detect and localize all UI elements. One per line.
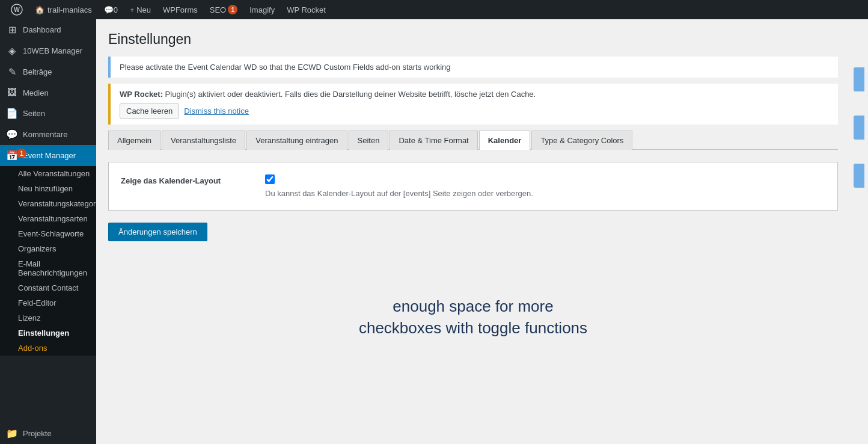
sidebar-item-organizers[interactable]: Organizers (0, 241, 96, 256)
sidebar-item-einstellungen[interactable]: Einstellungen (0, 325, 96, 341)
sidebar-item-feld[interactable]: Feld-Editor (0, 295, 96, 310)
notice-warning: WP Rocket: Plugin(s) aktiviert oder deak… (108, 84, 838, 125)
sidebar-item-alle[interactable]: Alle Veranstaltungen (0, 166, 96, 181)
sidebar: ⊞ Dashboard ◈ 10WEB Manager ✎ Beiträge 🖼… (0, 19, 96, 444)
settings-panel: Zeige das Kalender-Layout Du kannst das … (108, 162, 838, 211)
sidebar-label-projekte: Projekte (23, 429, 52, 438)
right-handle-1[interactable] (854, 67, 864, 91)
placeholder-content: enough space for morecheckboxes with tog… (108, 259, 838, 375)
sidebar-item-10web[interactable]: ◈ 10WEB Manager (0, 40, 96, 61)
new-label: + Neu (130, 5, 151, 14)
right-handle-2[interactable] (854, 116, 864, 140)
event-icon: 📅 (6, 150, 18, 161)
admin-bar: W 🏠 trail-maniacs 💬 0 + Neu WPForms SEO … (0, 0, 868, 19)
wprocket-label: WP Rocket (287, 5, 326, 14)
house-icon: 🏠 (35, 5, 44, 14)
comment-icon: 💬 (104, 5, 114, 14)
kalender-layout-label: Zeige das Kalender-Layout (121, 174, 253, 185)
admin-bar-seo[interactable]: SEO 1 (204, 0, 243, 19)
sidebar-item-arten[interactable]: Veranstaltungsarten (0, 211, 96, 226)
sidebar-item-medien[interactable]: 🖼 Medien (0, 82, 96, 103)
medien-icon: 🖼 (6, 87, 18, 98)
seo-badge: 1 (228, 5, 237, 14)
sidebar-label-medien: Medien (23, 88, 49, 97)
dismiss-notice-button[interactable]: Dismiss this notice (184, 103, 249, 119)
tab-kalender[interactable]: Kalender (479, 131, 531, 150)
tab-allgemein[interactable]: Allgemein (108, 131, 160, 150)
notice-info: Please activate the Event Calendar WD so… (108, 57, 838, 78)
sidebar-item-kategorien[interactable]: Veranstaltungskategorien (0, 196, 96, 211)
admin-bar-comments[interactable]: 💬 0 (98, 0, 124, 19)
kalender-layout-description: Du kannst das Kalender-Layout auf der [e… (265, 189, 825, 198)
sidebar-item-neu[interactable]: Neu hinzufügen (0, 181, 96, 196)
cache-leeren-button[interactable]: Cache leeren (120, 103, 179, 119)
tab-veranstaltungsliste[interactable]: Veranstaltungsliste (162, 131, 245, 150)
tab-typecolors[interactable]: Type & Category Colors (531, 131, 632, 150)
sidebar-item-constant[interactable]: Constant Contact (0, 280, 96, 295)
tab-seiten[interactable]: Seiten (349, 131, 389, 150)
kalender-layout-checkbox[interactable] (265, 174, 275, 184)
svg-text:W: W (14, 7, 20, 13)
right-handle-3[interactable] (854, 164, 864, 188)
wpforms-label: WPForms (163, 5, 198, 14)
sidebar-item-email[interactable]: E-Mail Benachrichtigungen (0, 256, 96, 280)
sidebar-label-eventmanager: Event Manager (23, 151, 76, 160)
dashboard-icon: ⊞ (6, 24, 18, 35)
sidebar-label-10web: 10WEB Manager (23, 46, 82, 55)
beitraege-icon: ✎ (6, 66, 18, 78)
notice-warning-body: Plugin(s) aktiviert oder deaktiviert. Fa… (163, 90, 536, 99)
event-badge: 1 (17, 149, 26, 158)
right-handles (850, 19, 868, 444)
admin-bar-site[interactable]: 🏠 trail-maniacs (29, 0, 98, 19)
wp-logo[interactable]: W (5, 0, 29, 19)
notice-warning-text: WP Rocket: Plugin(s) aktiviert oder deak… (120, 90, 829, 99)
10web-icon: ◈ (6, 45, 18, 57)
sidebar-item-kommentare[interactable]: 💬 Kommentare (0, 124, 96, 145)
page-title: Einstellungen (108, 31, 838, 48)
sidebar-item-dashboard[interactable]: ⊞ Dashboard (0, 19, 96, 40)
main-content: Einstellungen Please activate the Event … (96, 19, 850, 444)
notice-buttons: Cache leeren Dismiss this notice (120, 103, 829, 119)
comments-count: 0 (114, 5, 118, 14)
admin-bar-wpforms[interactable]: WPForms (157, 0, 204, 19)
sidebar-label-seiten: Seiten (23, 109, 45, 118)
kommentare-icon: 💬 (6, 129, 18, 140)
sidebar-item-seiten[interactable]: 📄 Seiten (0, 103, 96, 124)
settings-row-kalender-layout: Zeige das Kalender-Layout Du kannst das … (121, 174, 825, 198)
sidebar-label-dashboard: Dashboard (23, 25, 61, 34)
tabs-nav: Allgemein Veranstaltungsliste Veranstalt… (108, 131, 838, 150)
seiten-icon: 📄 (6, 108, 18, 119)
sidebar-item-lizenz[interactable]: Lizenz (0, 310, 96, 325)
projekte-icon: 📁 (6, 428, 18, 439)
notice-info-text: Please activate the Event Calendar WD so… (120, 63, 451, 72)
sidebar-item-projekte[interactable]: 📁 Projekte (0, 423, 96, 444)
sidebar-item-beitraege[interactable]: ✎ Beiträge (0, 61, 96, 82)
notice-warning-bold: WP Rocket: (120, 90, 163, 99)
sidebar-item-addons[interactable]: Add-ons (0, 341, 96, 356)
sidebar-item-eventmanager[interactable]: 📅 Event Manager 1 (0, 145, 96, 166)
sidebar-label-kommentare: Kommentare (23, 130, 67, 139)
imagify-label: Imagify (249, 5, 275, 14)
sidebar-item-schlagworte[interactable]: Event-Schlagworte (0, 226, 96, 241)
tab-datetime[interactable]: Date & Time Format (390, 131, 477, 150)
admin-bar-wprocket[interactable]: WP Rocket (281, 0, 332, 19)
kalender-layout-control: Du kannst das Kalender-Layout auf der [e… (265, 174, 825, 198)
admin-bar-new[interactable]: + Neu (124, 0, 157, 19)
site-name: trail-maniacs (47, 5, 92, 14)
save-button[interactable]: Änderungen speichern (108, 223, 207, 241)
tab-veranstaltung-eintragen[interactable]: Veranstaltung eintragen (246, 131, 347, 150)
sidebar-submenu: Alle Veranstaltungen Neu hinzufügen Vera… (0, 166, 96, 356)
admin-bar-imagify[interactable]: Imagify (243, 0, 281, 19)
sidebar-label-beitraege: Beiträge (23, 67, 52, 76)
seo-label: SEO (210, 5, 226, 14)
